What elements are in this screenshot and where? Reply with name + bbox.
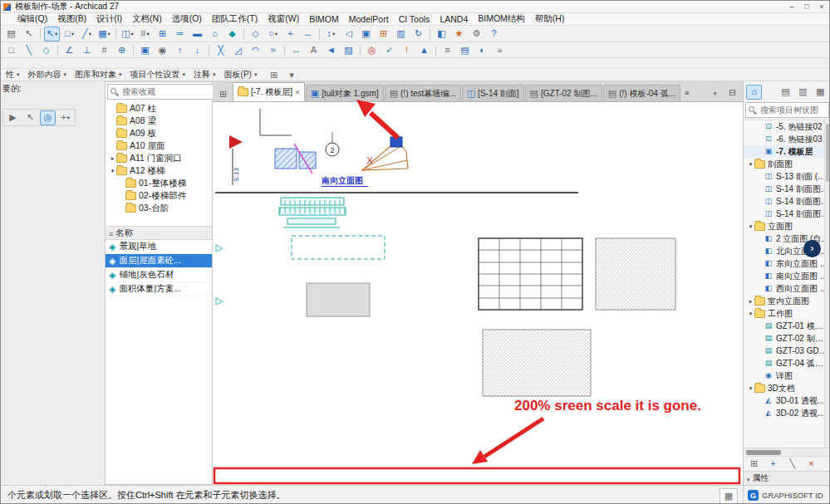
- ortho-icon[interactable]: ⊥: [79, 42, 95, 57]
- publisher-icon[interactable]: ▦: [813, 85, 828, 100]
- roof-tool[interactable]: ⌂: [207, 27, 223, 42]
- menu-item-11[interactable]: LAND4: [435, 14, 473, 24]
- add-favorite-icon[interactable]: +: [57, 110, 73, 125]
- maximize-button[interactable]: [799, 1, 814, 13]
- expander-icon[interactable]: ▾: [747, 385, 754, 392]
- tree-item[interactable]: ▾A12 楼梯: [106, 164, 212, 177]
- publish-icon[interactable]: ▲: [416, 42, 432, 57]
- line-tool[interactable]: ╱: [79, 27, 95, 42]
- dashed-zone[interactable]: [292, 236, 385, 259]
- view-map-icon[interactable]: ▤: [778, 85, 793, 100]
- tree-item[interactable]: ▤GZT-01 模板墙...: [744, 320, 830, 332]
- menu-item-8[interactable]: BIMOM: [304, 14, 344, 24]
- tree-item[interactable]: ▾立面图: [744, 220, 830, 232]
- bring-forward-icon[interactable]: ↑: [172, 42, 188, 57]
- tree-item[interactable]: ◫S-14 剖面图 (自动: [744, 195, 830, 208]
- tab-overflow-button[interactable]: »: [681, 88, 693, 97]
- navigator-search-input[interactable]: [759, 105, 827, 115]
- tree-item[interactable]: ◫S-14 剖面图 (自动: [744, 208, 830, 220]
- edit-view-icon[interactable]: ╲: [784, 457, 800, 472]
- origin-icon[interactable]: ◎: [40, 110, 56, 125]
- quickbar-tab-3[interactable]: 图库和对象: [70, 69, 125, 81]
- solid-ops-icon[interactable]: ◧: [434, 27, 449, 42]
- panel-expand-button[interactable]: [803, 240, 821, 257]
- quickbar-tab-2[interactable]: 外部内容: [23, 69, 71, 81]
- document-tab-4[interactable]: ◫[S-14 剖面]: [462, 85, 524, 101]
- snap-icon[interactable]: ◇: [38, 42, 54, 57]
- menu-item-3[interactable]: 设计(I): [91, 13, 127, 25]
- expander-icon[interactable]: ▾: [109, 168, 116, 174]
- tree-item[interactable]: ▤GZT-04 弧形幕...: [744, 357, 830, 369]
- tree-item[interactable]: ◭3D-01 透视图 (!...: [744, 394, 830, 407]
- grid-tool[interactable]: #: [137, 27, 153, 42]
- tree-item[interactable]: ⊡-5. 热链接02: [744, 120, 830, 133]
- navigator-hscrollbar[interactable]: [744, 448, 830, 456]
- layer-row-4[interactable]: ◈面积体量|方案...: [106, 282, 212, 296]
- minimize-button[interactable]: [784, 1, 799, 13]
- delete-view-icon[interactable]: ×: [803, 457, 819, 472]
- worksheet-icon[interactable]: ▥: [393, 27, 409, 42]
- project-map-icon[interactable]: ⌂: [746, 85, 762, 100]
- guide-line-icon[interactable]: ∠: [61, 42, 77, 57]
- tree-item[interactable]: ▸室内立面图: [744, 295, 830, 307]
- document-tab-6[interactable]: ▤(!) 模板-04 弧...: [603, 85, 680, 101]
- layout-book-icon[interactable]: ▥: [795, 85, 811, 100]
- help-icon[interactable]: ?: [486, 27, 502, 42]
- annotation[interactable]: 200% sreen scale it is gone.: [214, 398, 739, 483]
- schedule-icon[interactable]: ▤: [457, 42, 473, 57]
- elevation-marker-icon[interactable]: ◁: [341, 27, 356, 42]
- stretch-icon[interactable]: ≈: [265, 42, 281, 57]
- tree-item[interactable]: ⊡-6. 热链接03: [744, 133, 830, 145]
- sketch-lines[interactable]: [260, 109, 292, 135]
- tree-item[interactable]: ◉详图: [744, 369, 830, 382]
- navigator-vscrollbar[interactable]: [824, 120, 830, 448]
- settings-small-icon[interactable]: ⊞: [746, 457, 762, 472]
- wall-tool[interactable]: ═: [172, 27, 188, 42]
- tree-item[interactable]: 03-台阶: [106, 202, 212, 214]
- layer-list-header[interactable]: 名称: [106, 226, 212, 240]
- dimension-icon[interactable]: ↔: [288, 42, 304, 57]
- issue-icon[interactable]: !: [399, 42, 415, 57]
- grid-table[interactable]: [479, 238, 582, 310]
- level-marker[interactable]: [216, 245, 223, 252]
- run-icon[interactable]: ▶: [5, 110, 21, 125]
- pan-icon[interactable]: ↔: [300, 27, 316, 42]
- properties-icon[interactable]: ≡: [440, 42, 455, 57]
- fillet-icon[interactable]: ◠: [248, 42, 263, 57]
- close-button[interactable]: [814, 1, 829, 13]
- label-tool-icon[interactable]: ◄: [323, 42, 339, 57]
- tree-item[interactable]: ▣-7. 模板层: [744, 145, 830, 158]
- pointer-icon[interactable]: ↖: [21, 27, 37, 42]
- document-tab-1[interactable]: [-7. 模板层]: [233, 82, 305, 101]
- expander-icon[interactable]: ▸: [109, 155, 116, 162]
- arrow-tool[interactable]: ↖: [44, 27, 60, 42]
- tree-item[interactable]: 02-楼梯部件: [106, 189, 212, 202]
- tree-item[interactable]: ▾工作图: [744, 307, 830, 320]
- favorites-icon[interactable]: ★: [451, 27, 467, 42]
- split-window-button[interactable]: [724, 85, 740, 100]
- settings-icon[interactable]: ⚙: [469, 27, 484, 42]
- pick-icon[interactable]: ↖: [22, 110, 38, 125]
- menu-item-9[interactable]: ModelPort: [344, 14, 394, 24]
- tree-item[interactable]: ◭3D-02 透视图...: [744, 407, 830, 419]
- menu-item-4[interactable]: 文档(N): [127, 13, 167, 25]
- hatch-icon[interactable]: ▨: [341, 42, 356, 57]
- trim-icon[interactable]: ◿: [230, 42, 246, 57]
- tree-item[interactable]: A07 柱: [106, 102, 212, 115]
- tree-item[interactable]: ▾3D文档: [744, 382, 830, 394]
- orbit-icon[interactable]: ○: [265, 27, 281, 42]
- pen-icon[interactable]: ╲: [21, 42, 37, 57]
- tree-item[interactable]: ◫S-13 剖面 (自动...: [744, 170, 830, 183]
- tree-item[interactable]: A10 屋面: [106, 139, 212, 152]
- zone-tool[interactable]: ⊞: [155, 27, 170, 42]
- tree-item[interactable]: ▤GZT-03 GDL柱...: [744, 345, 830, 357]
- new-file-icon[interactable]: □: [3, 42, 19, 57]
- gravity-icon[interactable]: ⊕: [114, 42, 130, 57]
- cone-sketch[interactable]: [362, 137, 408, 170]
- hatch-block-bottom[interactable]: [483, 330, 591, 396]
- expander-icon[interactable]: ▾: [747, 311, 754, 317]
- document-tab-2[interactable]: ▣[tuli对象 1.gsm]: [306, 85, 384, 101]
- group-icon[interactable]: ▣: [137, 42, 153, 57]
- menu-item-6[interactable]: 团队工作(T): [207, 13, 263, 25]
- marquee-tool[interactable]: □: [61, 27, 77, 42]
